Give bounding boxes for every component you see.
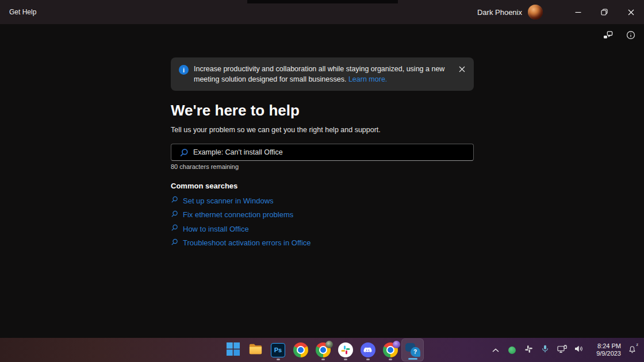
chrome-icon <box>293 342 308 357</box>
windows-start-icon <box>226 342 240 359</box>
profile-planet-badge <box>393 341 400 348</box>
tray-date: 9/9/2023 <box>596 350 621 357</box>
common-search-item[interactable]: Troubleshoot activation errors in Office <box>171 236 311 251</box>
active-app-indicator <box>408 358 417 360</box>
restore-button[interactable] <box>591 0 618 24</box>
search-link-icon <box>171 195 178 206</box>
tray-app-green[interactable] <box>504 338 520 361</box>
search-icon <box>179 148 189 160</box>
start-button[interactable] <box>222 338 244 361</box>
restore-icon <box>601 9 608 16</box>
ethernet-network-icon <box>556 344 568 357</box>
characters-remaining: 80 characters remaining <box>171 163 239 170</box>
chrome-profile-1-button[interactable] <box>312 338 334 361</box>
discord-icon <box>361 342 375 357</box>
chrome-profile-2-button[interactable] <box>379 338 401 361</box>
microphone-icon <box>540 344 550 356</box>
search-link-icon <box>171 238 178 248</box>
chrome-icon <box>383 342 398 357</box>
banner-close-icon <box>459 64 465 75</box>
search-link-icon <box>171 210 178 220</box>
info-button[interactable] <box>622 29 639 44</box>
common-search-item[interactable]: How to install Office <box>171 222 311 236</box>
do-not-disturb-bell-icon <box>627 344 637 356</box>
get-help-taskbar-button[interactable]: ? <box>401 338 424 361</box>
common-searches-list: Set up scanner in Windows Fix ethernet c… <box>171 194 311 250</box>
common-search-link[interactable]: Set up scanner in Windows <box>183 197 274 205</box>
banner-message: Increase productivity and collaboration … <box>194 64 448 84</box>
green-status-icon <box>508 346 516 354</box>
slack-button[interactable] <box>334 338 356 361</box>
chevron-up-icon <box>492 345 499 355</box>
running-indicator <box>321 359 325 360</box>
running-indicator <box>277 359 280 360</box>
chrome-icon <box>316 342 331 357</box>
system-tray: 8:24 PM 9/9/2023 z <box>488 338 644 362</box>
slack-tray-icon <box>524 345 533 356</box>
close-button[interactable] <box>618 0 644 24</box>
search-link-icon <box>171 224 178 234</box>
common-searches-title: Common searches <box>171 182 237 190</box>
window-controls <box>565 0 644 24</box>
titlebar: Get Help Dark Phoenix <box>0 0 644 24</box>
tray-overflow-button[interactable] <box>488 338 504 361</box>
common-search-link[interactable]: Fix ethernet connection problems <box>183 210 293 219</box>
search-box <box>171 144 474 161</box>
avatar[interactable] <box>528 5 543 20</box>
chrome-button[interactable] <box>289 338 312 361</box>
running-indicator <box>366 359 370 360</box>
question-bubble: ? <box>411 347 420 357</box>
account-area[interactable]: Dark Phoenix <box>477 0 543 24</box>
volume-tray-button[interactable] <box>570 338 586 361</box>
discord-button[interactable] <box>356 338 379 361</box>
get-help-window: Get Help Dark Phoenix <box>0 0 644 362</box>
photoshop-button[interactable]: Ps <box>267 338 289 361</box>
window-title: Get Help <box>9 8 36 16</box>
file-explorer-button[interactable] <box>244 338 267 361</box>
feedback-button[interactable] <box>599 29 616 44</box>
speaker-icon <box>573 344 584 356</box>
banner-info-icon: i <box>179 65 189 75</box>
common-search-link[interactable]: Troubleshoot activation errors in Office <box>183 238 311 247</box>
notification-center-button[interactable]: z <box>622 338 642 361</box>
network-tray-button[interactable] <box>553 338 570 361</box>
banner-close-button[interactable] <box>457 64 467 75</box>
taskbar: Ps <box>0 338 644 362</box>
bell-sleep-z: z <box>637 342 639 346</box>
feedback-icon <box>603 30 614 43</box>
promo-banner: i Increase productivity and collaboratio… <box>171 57 474 91</box>
profile-avatar-badge <box>325 341 333 348</box>
clock-button[interactable]: 8:24 PM 9/9/2023 <box>586 338 622 361</box>
tray-time: 8:24 PM <box>597 342 621 350</box>
minimize-button[interactable] <box>565 0 591 24</box>
photoshop-icon: Ps <box>271 343 285 357</box>
common-search-item[interactable]: Fix ethernet connection problems <box>171 208 311 222</box>
common-search-item[interactable]: Set up scanner in Windows <box>171 194 311 208</box>
tray-app-slack[interactable] <box>520 338 537 361</box>
file-explorer-icon <box>248 341 263 359</box>
running-indicator <box>389 359 392 360</box>
slack-icon <box>338 342 353 357</box>
minimize-icon <box>575 9 581 16</box>
page-title: We're here to help <box>171 102 300 120</box>
microphone-tray-button[interactable] <box>537 338 553 361</box>
page-header-icons <box>599 29 639 44</box>
common-search-link[interactable]: How to install Office <box>183 225 249 233</box>
learn-more-link[interactable]: Learn more. <box>348 75 387 83</box>
info-icon <box>626 30 636 43</box>
top-edge-strip <box>247 0 398 3</box>
close-icon <box>628 9 634 16</box>
running-indicator <box>344 359 347 360</box>
account-name: Dark Phoenix <box>477 8 522 17</box>
page-subtitle: Tell us your problem so we can get you t… <box>171 126 381 134</box>
search-input[interactable] <box>193 145 469 160</box>
taskbar-apps: Ps <box>222 338 424 361</box>
get-help-icon: ? <box>405 343 420 357</box>
